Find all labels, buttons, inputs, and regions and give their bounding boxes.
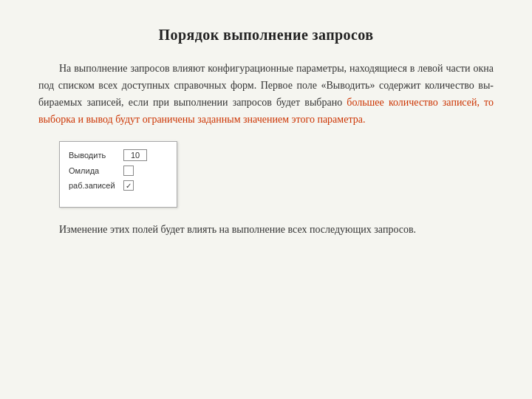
form-label-output: Выводить (69, 151, 119, 160)
form-row-omlida: Омлида (69, 166, 168, 176)
slide-container: Порядок выполнение запросов На выполнени… (0, 0, 532, 399)
config-form-image: Выводить 10 Омлида раб.записей (59, 141, 177, 208)
form-label-omlida: Омлида (69, 166, 119, 175)
slide-body: На выполнение запросов влияют конфигурац… (38, 60, 494, 238)
form-checkbox-omlida (123, 166, 134, 176)
form-checkbox-records (123, 180, 134, 191)
form-row-output: Выводить 10 (69, 149, 168, 161)
paragraph-2: Изменение этих полей будет влиять на вып… (38, 221, 494, 238)
form-row-records: раб.записей (69, 180, 168, 191)
form-input-output-value: 10 (123, 149, 147, 161)
slide-title: Порядок выполнение запросов (159, 27, 374, 44)
paragraph-1: На выполнение запросов влияют конфигурац… (38, 60, 494, 128)
form-label-records: раб.записей (69, 181, 119, 190)
